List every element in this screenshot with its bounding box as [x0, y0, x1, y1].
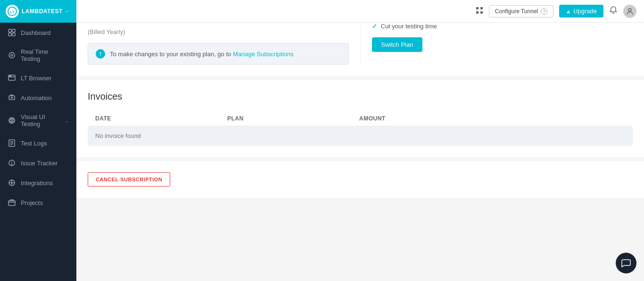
svg-point-6 — [9, 52, 15, 58]
logo-icon: LT — [6, 5, 19, 18]
topbar: Configure Tunnel ? ▲ Upgrade — [76, 0, 644, 23]
upgrade-arrow-icon: ▲ — [566, 9, 571, 14]
logo-text: LAMBDATEST — [22, 8, 63, 15]
billed-label: (Billed Yearly) — [88, 23, 349, 35]
switch-plan-button[interactable]: Switch Plan — [372, 37, 423, 52]
sidebar-item-issue-tracker[interactable]: Issue Tracker — [0, 153, 76, 173]
sidebar-header: LT LAMBDATEST ← — [0, 0, 76, 23]
svg-rect-31 — [480, 11, 483, 14]
issue-tracker-icon — [8, 159, 16, 167]
visual-ui-testing-icon — [8, 116, 16, 125]
svg-text:LT: LT — [10, 10, 14, 14]
content-area: (Billed Yearly) ! To make changes to you… — [76, 23, 644, 281]
cancel-subscription-button[interactable]: CANCEL SUBSCRIPTION — [88, 172, 170, 187]
date-column-header: DATE — [95, 115, 227, 122]
right-panel: ✓ Cut your testing time Switch Plan — [361, 23, 633, 65]
top-section: (Billed Yearly) ! To make changes to you… — [76, 23, 644, 76]
sidebar-item-lt-browser[interactable]: LT Browser — [0, 68, 76, 88]
chevron-down-icon: ⌄ — [65, 118, 69, 123]
cancel-area: CANCEL SUBSCRIPTION — [76, 161, 644, 198]
sidebar-item-integrations[interactable]: Integrations — [0, 173, 76, 193]
issue-tracker-label: Issue Tracker — [21, 160, 58, 167]
plan-column-header: PLAN — [227, 115, 359, 122]
manage-subscriptions-link[interactable]: Manage Subscriptions — [233, 51, 294, 58]
test-logs-icon — [8, 139, 16, 147]
sidebar-item-automation[interactable]: Automation — [0, 88, 76, 108]
real-time-testing-icon — [8, 51, 16, 60]
upgrade-label: Upgrade — [573, 8, 597, 15]
invoices-section: Invoices DATE PLAN AMOUNT No invoice fou… — [76, 80, 644, 157]
svg-rect-30 — [476, 11, 479, 14]
dashboard-label: Dashboard — [21, 29, 51, 36]
sidebar-item-visual-ui-testing[interactable]: Visual UI Testing ⌄ — [0, 108, 76, 133]
info-banner: ! To make changes to your existing plan,… — [88, 43, 349, 65]
main-area: Configure Tunnel ? ▲ Upgrade (Billed Yea… — [76, 0, 644, 281]
invoices-table-header: DATE PLAN AMOUNT — [88, 111, 633, 126]
grid-icon[interactable] — [476, 7, 483, 16]
sidebar: LT LAMBDATEST ← Dashboard Real Time Test… — [0, 0, 76, 281]
check-icon: ✓ — [372, 23, 377, 30]
collapse-button[interactable]: ← — [64, 8, 71, 15]
projects-icon — [8, 198, 16, 207]
check-item: ✓ Cut your testing time — [372, 23, 633, 30]
automation-label: Automation — [21, 94, 52, 102]
sidebar-item-real-time-testing[interactable]: Real Time Testing — [0, 43, 76, 68]
svg-rect-29 — [480, 7, 483, 9]
projects-label: Projects — [21, 199, 43, 206]
svg-rect-4 — [8, 33, 11, 36]
info-banner-text: To make changes to your existing plan, g… — [110, 51, 294, 58]
check-item-text: Cut your testing time — [381, 23, 437, 30]
user-avatar[interactable] — [623, 5, 636, 18]
invoices-title: Invoices — [88, 91, 633, 102]
real-time-testing-label: Real Time Testing — [21, 48, 69, 62]
svg-point-32 — [628, 9, 631, 11]
automation-icon — [8, 94, 16, 102]
help-icon: ? — [541, 8, 547, 15]
sidebar-item-dashboard[interactable]: Dashboard — [0, 23, 76, 43]
chat-button[interactable] — [616, 253, 636, 273]
integrations-label: Integrations — [21, 179, 53, 187]
no-invoice-row: No invoice found — [88, 126, 633, 146]
notification-icon[interactable] — [609, 6, 618, 17]
upgrade-button[interactable]: ▲ Upgrade — [559, 5, 603, 17]
svg-point-23 — [11, 164, 12, 165]
svg-point-11 — [10, 76, 11, 77]
svg-rect-5 — [12, 33, 15, 36]
svg-point-10 — [9, 76, 10, 77]
svg-rect-3 — [12, 29, 15, 32]
info-icon: ! — [96, 49, 105, 59]
lt-browser-label: LT Browser — [21, 75, 51, 82]
configure-tunnel-button[interactable]: Configure Tunnel ? — [489, 5, 553, 17]
svg-rect-2 — [8, 29, 11, 32]
no-invoice-text: No invoice found — [95, 132, 141, 139]
svg-point-16 — [11, 119, 13, 121]
svg-rect-27 — [8, 201, 15, 205]
logo-area[interactable]: LT LAMBDATEST — [6, 5, 63, 18]
sidebar-item-test-logs[interactable]: Test Logs — [0, 133, 76, 153]
sidebar-item-projects[interactable]: Projects — [0, 193, 76, 213]
dashboard-icon — [8, 28, 16, 37]
lt-browser-icon — [8, 74, 16, 82]
visual-ui-testing-label: Visual UI Testing — [21, 113, 60, 128]
test-logs-label: Test Logs — [21, 140, 47, 147]
left-panel: (Billed Yearly) ! To make changes to you… — [88, 23, 361, 65]
svg-rect-28 — [476, 7, 479, 9]
configure-tunnel-label: Configure Tunnel — [495, 8, 538, 15]
amount-column-header: AMOUNT — [359, 115, 625, 122]
svg-point-7 — [11, 54, 13, 56]
integrations-icon — [8, 179, 16, 187]
